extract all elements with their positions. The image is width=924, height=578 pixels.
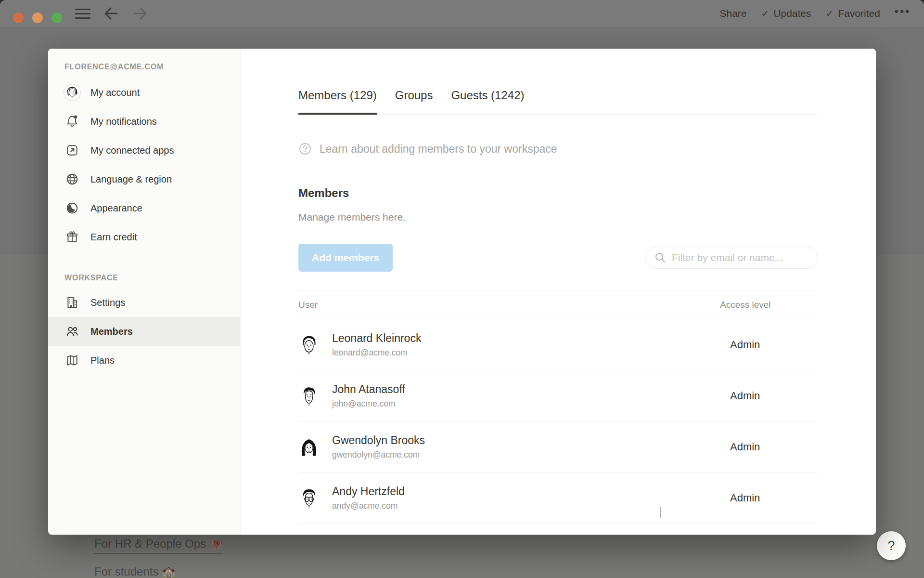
school-emoji: 🏫 — [162, 565, 176, 578]
account-email-heading: FLORENCE@ACME.COM — [64, 63, 240, 72]
help-button[interactable]: ? — [877, 531, 906, 560]
access-level-value[interactable]: Admin — [720, 339, 818, 351]
tab-guests[interactable]: Guests (1242) — [451, 88, 524, 114]
avatar-john — [298, 385, 320, 407]
member-email: andy@acme.com — [332, 500, 405, 511]
back-button[interactable] — [103, 6, 119, 21]
members-tabs: Members (129) Groups Guests (1242) — [298, 49, 818, 115]
search-icon — [654, 252, 666, 263]
forward-button[interactable] — [132, 6, 148, 21]
sidebar-item-plans[interactable]: Plans — [48, 346, 240, 375]
sidebar-item-label: My connected apps — [90, 145, 174, 156]
workspace-heading: WORKSPACE — [64, 274, 240, 283]
members-section-subtitle: Manage members here. — [298, 211, 818, 223]
app-window: Share ✓ Updates ✓ Favorited ••• For HR &… — [0, 0, 924, 578]
member-name: Gwendolyn Brooks — [332, 434, 425, 447]
table-row[interactable]: John Atanasoff john@acme.com Admin — [298, 370, 818, 421]
arrow-up-right-box-icon — [64, 142, 81, 159]
avatar-andy — [298, 487, 320, 509]
sidebar-item-label: My notifications — [90, 116, 157, 127]
text-cursor-artifact — [660, 507, 661, 518]
moon-contrast-icon — [64, 199, 81, 217]
favorited-button[interactable]: ✓ Favorited — [826, 8, 880, 19]
avatar-leonard — [298, 334, 320, 355]
octopus-emoji: 🐙 — [209, 538, 223, 550]
window-toolbar: Share ✓ Updates ✓ Favorited ••• — [0, 0, 924, 27]
building-icon — [64, 294, 81, 311]
sidebar-item-members[interactable]: Members — [48, 317, 240, 346]
access-level-value[interactable]: Admin — [720, 390, 818, 402]
member-name: Andy Hertzfeld — [332, 485, 405, 498]
sidebar-menu-icon[interactable] — [75, 9, 90, 19]
map-icon — [64, 352, 81, 369]
globe-icon — [64, 171, 81, 188]
sidebar-item-my-account[interactable]: My account — [48, 78, 240, 107]
add-members-button[interactable]: Add members — [298, 244, 393, 272]
table-row[interactable]: Andy Hertzfeld andy@acme.com Admin — [298, 473, 818, 524]
sidebar-item-label: Appearance — [90, 203, 142, 214]
check-icon: ✓ — [826, 8, 834, 19]
sidebar-item-label: Settings — [90, 297, 125, 308]
share-button[interactable]: Share — [719, 8, 746, 19]
members-table: User Access level — [298, 290, 818, 524]
bell-icon — [64, 113, 81, 130]
member-name: Leonard Kleinrock — [332, 331, 421, 345]
sidebar-item-language-region[interactable]: Language & region — [48, 165, 240, 194]
question-circle-icon — [298, 142, 312, 156]
sidebar-divider — [64, 387, 227, 387]
favorited-label: Favorited — [838, 8, 880, 19]
minimize-window-button[interactable] — [32, 13, 43, 23]
traffic-lights — [13, 13, 62, 23]
sidebar-item-label: Plans — [90, 355, 115, 366]
member-email: john@acme.com — [332, 398, 405, 409]
column-header-access-level: Access level — [720, 300, 818, 310]
table-row[interactable]: Leonard Kleinrock leonard@acme.com Admin — [298, 319, 818, 370]
member-email: gwendolyn@acme.com — [332, 449, 425, 460]
settings-modal: FLORENCE@ACME.COM My account — [48, 49, 876, 535]
sidebar-item-label: Earn credit — [90, 232, 137, 243]
member-name: John Atanasoff — [332, 382, 405, 396]
link-for-hr-people-ops[interactable]: For HR & People Ops 🐙 — [94, 537, 223, 554]
members-table-header: User Access level — [298, 290, 818, 319]
member-filter-box — [645, 247, 818, 269]
sidebar-item-label: Language & region — [90, 174, 172, 185]
sidebar-item-label: Members — [90, 326, 133, 337]
people-icon — [64, 323, 81, 340]
sidebar-item-label: My account — [90, 87, 140, 98]
sidebar-item-appearance[interactable]: Appearance — [48, 194, 240, 223]
close-window-button[interactable] — [13, 13, 24, 23]
user-avatar-icon — [64, 84, 81, 101]
gift-icon — [64, 228, 81, 246]
tab-members[interactable]: Members (129) — [298, 88, 377, 114]
settings-sidebar: FLORENCE@ACME.COM My account — [48, 49, 241, 535]
column-header-user: User — [298, 300, 720, 310]
members-settings-panel: Members (129) Groups Guests (1242) Learn… — [241, 49, 876, 535]
link-for-students[interactable]: For students 🏫 — [94, 565, 176, 578]
more-options-icon[interactable]: ••• — [895, 6, 911, 21]
filter-members-input[interactable] — [672, 252, 809, 263]
learn-about-members-link[interactable]: Learn about adding members to your works… — [298, 142, 818, 156]
sidebar-item-settings[interactable]: Settings — [48, 288, 240, 317]
access-level-value[interactable]: Admin — [720, 492, 818, 504]
member-email: leonard@acme.com — [332, 347, 421, 358]
sidebar-item-my-notifications[interactable]: My notifications — [48, 107, 240, 136]
sidebar-item-my-connected-apps[interactable]: My connected apps — [48, 136, 240, 165]
members-section-title: Members — [298, 186, 818, 200]
learn-link-label: Learn about adding members to your works… — [320, 143, 557, 156]
sidebar-item-earn-credit[interactable]: Earn credit — [48, 223, 240, 251]
table-row[interactable]: Gwendolyn Brooks gwendolyn@acme.com Admi… — [298, 421, 818, 473]
tab-groups[interactable]: Groups — [395, 88, 433, 114]
check-icon: ✓ — [761, 8, 770, 19]
avatar-gwendolyn — [298, 436, 320, 458]
access-level-value[interactable]: Admin — [720, 441, 818, 453]
zoom-window-button[interactable] — [51, 13, 62, 23]
updates-button[interactable]: ✓ Updates — [761, 8, 811, 19]
question-mark-icon: ? — [887, 539, 895, 553]
updates-label: Updates — [773, 8, 811, 19]
